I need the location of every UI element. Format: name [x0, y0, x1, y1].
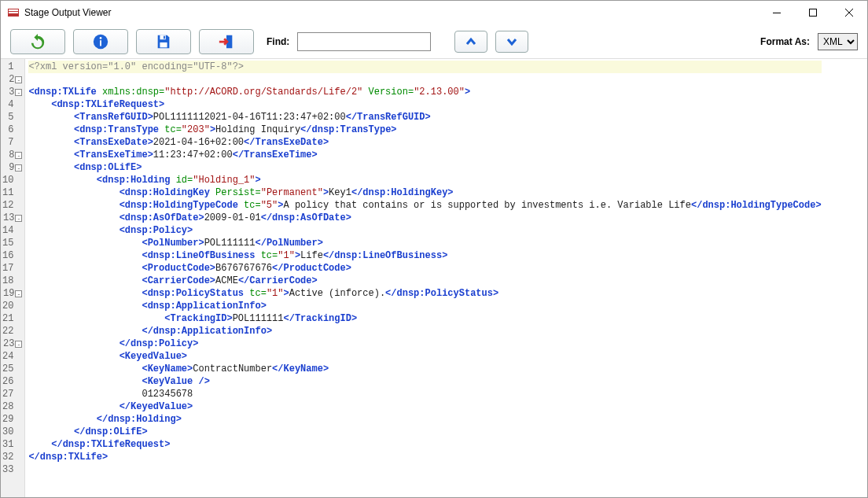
close-button[interactable] [831, 1, 867, 24]
titlebar: Stage Output Viewer [1, 1, 867, 24]
refresh-button[interactable] [10, 29, 65, 54]
fold-toggle-icon[interactable]: - [15, 89, 22, 96]
svg-point-9 [100, 37, 102, 39]
svg-rect-12 [164, 35, 165, 39]
minimize-button[interactable] [759, 1, 795, 24]
find-next-button[interactable] [495, 31, 528, 53]
maximize-button[interactable] [795, 1, 831, 24]
fold-toggle-icon[interactable]: - [15, 215, 22, 222]
svg-rect-8 [100, 40, 101, 46]
fold-toggle-icon[interactable]: - [15, 152, 22, 159]
info-button[interactable] [73, 29, 128, 54]
svg-rect-11 [160, 42, 167, 46]
fold-toggle-icon[interactable]: - [15, 341, 22, 348]
app-icon [7, 6, 20, 19]
save-button[interactable] [136, 29, 191, 54]
format-as-select[interactable]: XML [818, 33, 858, 50]
find-label: Find: [267, 36, 289, 47]
svg-rect-2 [9, 12, 18, 13]
fold-toggle-icon[interactable]: - [15, 290, 22, 297]
svg-rect-4 [810, 9, 817, 17]
find-input[interactable] [297, 32, 431, 51]
svg-rect-3 [773, 13, 781, 13]
line-gutter: 1 2- 3- 4 5 6 7 8- 9-10111213-1415161718… [1, 59, 25, 497]
find-prev-button[interactable] [454, 31, 487, 53]
format-as-label: Format As: [760, 36, 810, 47]
fold-toggle-icon[interactable]: - [15, 76, 22, 83]
xml-viewer[interactable]: 1 2- 3- 4 5 6 7 8- 9-10111213-1415161718… [1, 59, 867, 497]
xml-code[interactable]: <?xml version="1.0" encoding="UTF-8"?> <… [25, 59, 824, 497]
svg-rect-1 [9, 9, 18, 11]
window-title: Stage Output Viewer [24, 7, 112, 18]
toolbar: Find: Format As: XML [1, 24, 867, 59]
fold-toggle-icon[interactable]: - [15, 164, 22, 172]
exit-button[interactable] [199, 29, 254, 54]
